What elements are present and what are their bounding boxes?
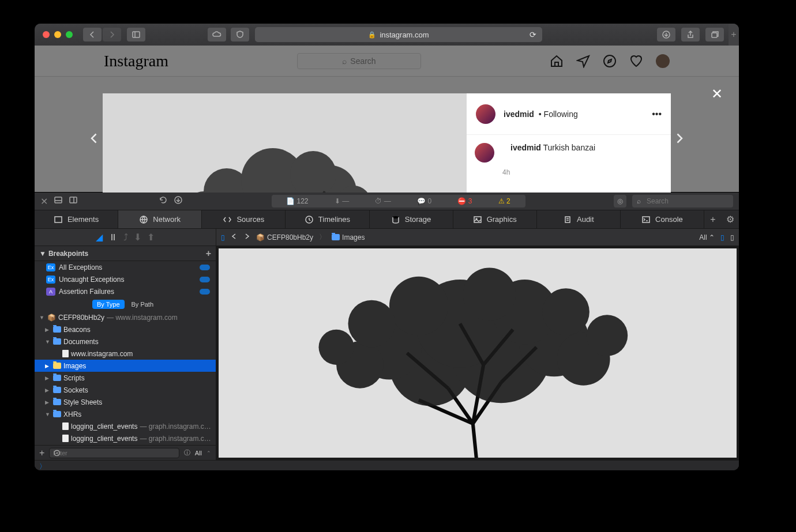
tree-root[interactable]: ▼📦CEFP80bHb2y — www.instagram.com [35, 311, 216, 323]
dock-side-button[interactable] [69, 195, 78, 207]
add-tab-button[interactable]: + [704, 210, 722, 228]
console-drawer[interactable]: 〉 [35, 460, 739, 470]
privacy-report-button[interactable] [231, 28, 249, 41]
devtools-panel: ✕ 📄 122 ⬇ — ⏱ — 💬 0 ⛔ 3 ⚠ 2 ◎ ⌕ E [35, 192, 739, 470]
path-forward-button[interactable] [243, 233, 250, 242]
status-capsule: 📄 122 ⬇ — ⏱ — 💬 0 ⛔ 3 ⚠ 2 [272, 195, 525, 207]
tab-console[interactable]: Console [621, 210, 704, 228]
back-button[interactable] [83, 28, 102, 41]
tree-folder-scripts[interactable]: ▶Scripts [35, 372, 216, 384]
devtools-search-input[interactable] [647, 197, 727, 205]
layout-toggle-icon[interactable]: ▯ [720, 233, 724, 242]
profile-avatar[interactable] [656, 54, 670, 68]
resource-count: 📄 122 [286, 197, 308, 205]
new-tab-button[interactable]: + [729, 24, 739, 46]
modal-prev-button[interactable] [85, 129, 104, 148]
reload-button[interactable] [159, 195, 168, 207]
activity-icon[interactable] [629, 54, 643, 68]
filter-input[interactable] [49, 448, 179, 458]
svg-point-35 [542, 288, 590, 335]
path-crumb-root[interactable]: 📦CEFP80bHb2y [256, 233, 313, 242]
caption-avatar[interactable] [475, 143, 494, 163]
following-label: • Following [536, 110, 578, 119]
window-close-button[interactable] [43, 31, 50, 38]
sidebar-toggle-button[interactable] [127, 28, 145, 41]
window-minimize-button[interactable] [54, 31, 61, 38]
url-host: instagram.com [380, 31, 429, 39]
sidebar-collapse-icon[interactable]: ▯ [221, 233, 225, 242]
add-resource-button[interactable]: + [39, 448, 44, 458]
post-options-button[interactable]: ••• [652, 109, 662, 119]
downloads-button[interactable] [657, 28, 675, 41]
svg-point-19 [393, 216, 399, 218]
reload-icon[interactable]: ⟳ [530, 30, 536, 39]
dock-button[interactable] [54, 195, 63, 207]
devtools-search[interactable]: ⌕ [632, 195, 733, 207]
tab-network[interactable]: Network [118, 210, 202, 228]
download-button[interactable] [174, 195, 183, 207]
breakpoint-uncaught-exceptions[interactable]: ExUncaught Exceptions [35, 273, 216, 285]
step-over-button[interactable]: ⤴ [123, 232, 128, 243]
filter-all[interactable]: All [195, 450, 202, 456]
tabs-button[interactable] [705, 28, 724, 41]
svg-point-36 [587, 315, 628, 356]
tab-audit[interactable]: Audit [537, 210, 621, 228]
filter-info-icon[interactable]: ⊙ [53, 447, 61, 458]
tree-folder-images[interactable]: ▶Images [35, 360, 216, 372]
breakpoint-all-exceptions[interactable]: ExAll Exceptions [35, 261, 216, 273]
post-author-avatar[interactable] [476, 104, 495, 124]
home-icon[interactable] [550, 54, 564, 68]
instagram-logo[interactable]: Instagram [104, 52, 168, 70]
target-button[interactable]: ◎ [614, 195, 626, 207]
by-type-pill[interactable]: By Type [92, 300, 125, 309]
instagram-search[interactable]: ⌕ Search [297, 53, 421, 69]
settings-button[interactable]: ⚙ [722, 210, 739, 228]
tab-elements[interactable]: Elements [35, 210, 118, 228]
messages-icon[interactable] [576, 54, 590, 68]
icloud-button[interactable] [208, 28, 226, 41]
path-back-button[interactable] [231, 233, 238, 242]
by-path-pill[interactable]: By Path [127, 300, 159, 309]
breakpoint-toggle-icon[interactable]: ◢ [96, 232, 103, 243]
modal-next-button[interactable] [670, 129, 688, 148]
debugger-controls: ◢ ⏸ ⤴ ⬇ ⬆ [35, 229, 216, 246]
window-maximize-button[interactable] [66, 31, 73, 38]
svg-rect-22 [643, 217, 649, 222]
tree-folder-stylesheets[interactable]: ▶Style Sheets [35, 396, 216, 408]
pause-button[interactable]: ⏸ [108, 232, 118, 243]
tree-folder-beacons[interactable]: ▶Beacons [35, 323, 216, 335]
filter-clock-icon[interactable]: ⓘ [184, 448, 190, 457]
load-time: ⏱ — [375, 197, 391, 205]
tab-graphics[interactable]: Graphics [453, 210, 537, 228]
post-author-username[interactable]: ivedmid [504, 110, 534, 119]
breakpoint-assertion-failures[interactable]: AAssertion Failures [35, 285, 216, 297]
tree-file-document[interactable]: www.instagram.com [35, 348, 216, 360]
tab-sources[interactable]: Sources [202, 210, 286, 228]
path-crumb-current[interactable]: Images [332, 233, 365, 242]
tab-storage[interactable]: Storage [370, 210, 453, 228]
tree-file-xhr[interactable]: logging_client_events — graph.instagram.… [35, 420, 216, 432]
close-devtools-button[interactable]: ✕ [40, 196, 48, 207]
details-toggle-icon[interactable]: ▯ [730, 233, 734, 242]
errors-count[interactable]: ⛔ 3 [457, 197, 472, 205]
tree-folder-documents[interactable]: ▼Documents [35, 335, 216, 348]
tree-file-xhr[interactable]: logging_client_events — graph.instagram.… [35, 432, 216, 444]
scope-selector[interactable]: All ⌃ [699, 233, 715, 242]
image-preview [216, 246, 739, 460]
tree-folder-sockets[interactable]: ▶Sockets [35, 384, 216, 396]
forward-button[interactable] [103, 28, 121, 41]
step-out-button[interactable]: ⬆ [147, 232, 155, 243]
share-button[interactable] [681, 28, 700, 41]
modal-close-button[interactable]: ✕ [711, 86, 723, 102]
tab-timelines[interactable]: Timelines [286, 210, 369, 228]
instagram-nav [550, 54, 670, 68]
post-header: ivedmid • Following ••• [467, 93, 671, 135]
explore-icon[interactable] [603, 54, 617, 68]
safari-window: 🔒 instagram.com ⟳ + Instagram ⌕ Search [35, 24, 739, 470]
post-caption: ivedmid Turkish banzai [510, 143, 595, 163]
tree-folder-xhrs[interactable]: ▼XHRs [35, 408, 216, 420]
step-into-button[interactable]: ⬇ [134, 232, 141, 243]
add-breakpoint-button[interactable]: + [206, 248, 211, 259]
url-bar[interactable]: 🔒 instagram.com ⟳ [255, 27, 542, 42]
warnings-count[interactable]: ⚠ 2 [498, 197, 510, 205]
